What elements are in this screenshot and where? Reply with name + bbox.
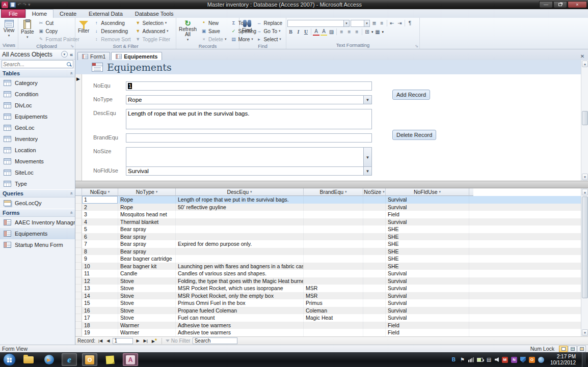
cell-notype[interactable]: Stove bbox=[118, 307, 176, 315]
cell-descequ[interactable]: Folding, the type that goes with the Mag… bbox=[176, 277, 304, 285]
column-dropdown-icon[interactable]: ▾ bbox=[345, 190, 347, 194]
network-signal-icon[interactable] bbox=[468, 357, 474, 362]
record-search-input[interactable]: Search bbox=[193, 337, 237, 344]
cell-descequ[interactable]: Adhesive toe warmers bbox=[176, 329, 304, 336]
gridlines-icon[interactable]: ⊞ bbox=[364, 29, 370, 36]
cell-descequ[interactable]: Expired for demo purpose only. bbox=[176, 240, 304, 248]
table-row[interactable]: 19WarmerAdhesive toe warmersField bbox=[75, 329, 581, 336]
cell-notype[interactable]: Bear spray bbox=[118, 240, 176, 248]
column-dropdown-icon[interactable]: ▾ bbox=[383, 190, 385, 194]
datasheet-scroll-up-icon[interactable]: ▲ bbox=[582, 189, 588, 195]
row-selector[interactable] bbox=[75, 277, 82, 285]
text-direction-icon[interactable]: ¶ bbox=[407, 20, 413, 27]
cell-noflduse[interactable]: Field bbox=[386, 211, 469, 218]
cell-descequ[interactable]: Candles of various sizes and shapes. bbox=[176, 270, 304, 277]
cell-noflduse[interactable]: Field bbox=[386, 322, 469, 329]
mcafee-icon[interactable]: M bbox=[502, 357, 508, 363]
table-row[interactable]: 17StoveFuel can mountMagic HeatSurvival bbox=[75, 314, 581, 322]
cell-nosize[interactable] bbox=[363, 270, 386, 277]
table-row[interactable]: 7Bear sprayExpired for demo purpose only… bbox=[75, 240, 581, 248]
sidebar-item-inventory[interactable]: Inventory bbox=[0, 133, 75, 145]
font-color-icon[interactable]: A bbox=[313, 29, 319, 36]
tray-document-icon[interactable]: ▤ bbox=[486, 357, 492, 362]
form-scrollbar[interactable]: ▲ ▼ bbox=[581, 60, 588, 181]
copy-button[interactable]: ▣Copy bbox=[37, 27, 81, 35]
cell-brandequ[interactable]: Primus bbox=[304, 299, 363, 307]
cell-noequ[interactable]: 10 bbox=[82, 263, 118, 270]
cell-nosize[interactable] bbox=[363, 211, 386, 218]
selection-button[interactable]: ▼Selection▾ bbox=[133, 19, 172, 27]
table-row[interactable]: 12StoveFolding, the type that goes with … bbox=[75, 277, 581, 285]
cell-noflduse[interactable]: Survival bbox=[386, 314, 469, 322]
cell-descequ[interactable]: Launching pen with flares and bagners in… bbox=[176, 263, 304, 270]
text-formatting-dialog-launcher-icon[interactable]: ⇘ bbox=[415, 44, 418, 48]
cell-nosize[interactable] bbox=[363, 329, 386, 336]
row-selector[interactable] bbox=[75, 292, 82, 300]
cell-noflduse[interactable]: Field bbox=[386, 329, 469, 336]
alternate-row-color-icon[interactable]: ▦ bbox=[375, 29, 381, 36]
table-row[interactable]: 11CandleCandles of various sizes and sha… bbox=[75, 270, 581, 277]
cell-nosize[interactable] bbox=[363, 204, 386, 211]
cell-brandequ[interactable] bbox=[304, 255, 363, 263]
cell-brandequ[interactable] bbox=[304, 218, 363, 226]
font-name-combo[interactable]: ▾ bbox=[287, 20, 350, 27]
table-row[interactable]: 18WarmerAdhesive toe warmersField bbox=[75, 322, 581, 329]
cell-noflduse[interactable]: Survival bbox=[386, 277, 469, 285]
collapse-pane-icon[interactable]: « bbox=[70, 51, 73, 58]
cell-noequ[interactable]: 18 bbox=[82, 322, 118, 329]
cell-noflduse[interactable]: SHE bbox=[386, 255, 469, 263]
scroll-up-icon[interactable]: ▲ bbox=[582, 61, 588, 67]
cell-descequ[interactable] bbox=[176, 211, 304, 218]
cell-noequ[interactable]: 5 bbox=[82, 225, 118, 233]
cell-brandequ[interactable] bbox=[304, 263, 363, 270]
cell-noequ[interactable]: 9 bbox=[82, 255, 118, 263]
cell-descequ[interactable]: MSR Pocket Rocket, which uses isopropane bbox=[176, 285, 304, 292]
cell-nosize[interactable] bbox=[363, 314, 386, 322]
cell-descequ[interactable] bbox=[176, 248, 304, 256]
sidebar-item-condition[interactable]: Condition bbox=[0, 89, 75, 100]
column-header-notype[interactable]: NoType▾ bbox=[118, 188, 176, 196]
cell-noflduse[interactable]: Survival bbox=[386, 204, 469, 211]
search-icon[interactable] bbox=[66, 62, 72, 67]
cell-noflduse[interactable]: SHE bbox=[386, 240, 469, 248]
ascending-button[interactable]: ↑Ascending bbox=[92, 19, 132, 27]
row-selector[interactable] bbox=[75, 211, 82, 218]
cell-brandequ[interactable] bbox=[304, 322, 363, 329]
toggle-filter-button[interactable]: ▼Toggle Filter bbox=[133, 35, 172, 43]
cell-descequ[interactable]: Length of rope that we put in the surviv… bbox=[176, 196, 304, 204]
cell-notype[interactable]: Mosquitos head net bbox=[118, 211, 176, 218]
sidebar-section-header-tables[interactable]: Tables» bbox=[0, 69, 75, 77]
cell-brandequ[interactable] bbox=[304, 240, 363, 248]
increase-indent-icon[interactable]: ⇥ bbox=[396, 20, 403, 27]
cell-noflduse[interactable]: SHE bbox=[386, 225, 469, 233]
cell-brandequ[interactable] bbox=[304, 211, 363, 218]
find-button[interactable]: Find bbox=[240, 19, 253, 34]
brandequ-field[interactable] bbox=[126, 133, 372, 143]
cell-notype[interactable]: Bear bagner kit bbox=[118, 263, 176, 270]
table-row[interactable]: 4Thermal blanketSurvival bbox=[75, 218, 581, 226]
cell-noequ[interactable]: 3 bbox=[82, 211, 118, 218]
cell-descequ[interactable] bbox=[176, 233, 304, 241]
table-row[interactable]: 2Rope50' reflective guylineSurvival bbox=[75, 204, 581, 211]
row-selector[interactable] bbox=[75, 255, 82, 263]
ribbon-tab-database-tools[interactable]: Database Tools bbox=[129, 9, 180, 18]
remove-sort-button[interactable]: ↕Remove Sort bbox=[92, 35, 132, 43]
cell-noflduse[interactable]: Survival bbox=[386, 270, 469, 277]
tray-messenger-icon[interactable] bbox=[538, 357, 544, 363]
taskbar-explorer-icon[interactable] bbox=[21, 353, 36, 366]
sidebar-item-movements[interactable]: Movements bbox=[0, 156, 75, 167]
table-row[interactable]: 8Bear spraySHE bbox=[75, 248, 581, 256]
taskbar-sticky-notes-icon[interactable] bbox=[102, 353, 118, 366]
minimize-button[interactable]: — bbox=[539, 1, 553, 8]
ribbon-tab-external-data[interactable]: External Data bbox=[83, 9, 129, 18]
column-header-nosize[interactable]: NoSize▾ bbox=[363, 188, 386, 196]
taskbar-access-icon[interactable]: A bbox=[123, 353, 138, 366]
replace-button[interactable]: ↔Replace bbox=[254, 19, 284, 27]
new-blank-record-icon[interactable]: ▶* bbox=[151, 338, 158, 344]
office-upload-icon[interactable]: O bbox=[529, 357, 535, 363]
close-document-icon[interactable]: ✕ bbox=[578, 52, 586, 60]
cell-noequ[interactable]: 2 bbox=[82, 204, 118, 211]
sidebar-item-startup-menu-form[interactable]: Startup Menu Form bbox=[0, 239, 75, 250]
cell-noflduse[interactable]: SHE bbox=[386, 233, 469, 241]
cell-notype[interactable]: Stove bbox=[118, 299, 176, 307]
